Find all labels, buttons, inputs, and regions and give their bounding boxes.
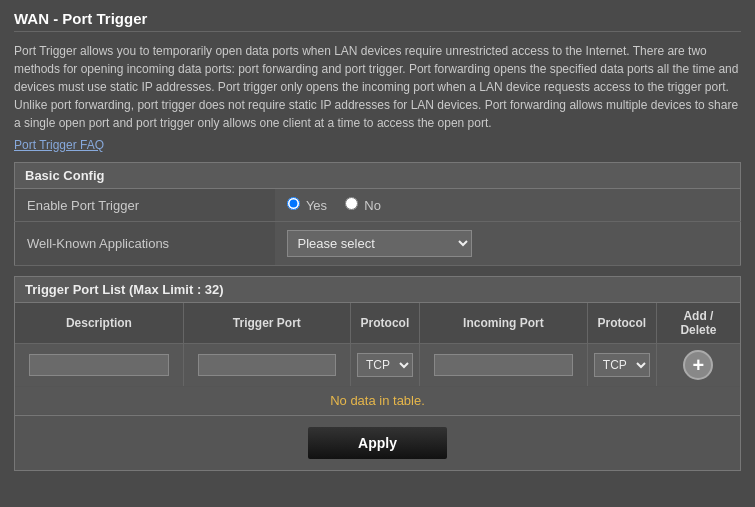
enable-port-trigger-row: Enable Port Trigger Yes No bbox=[15, 189, 741, 222]
enable-port-trigger-label: Enable Port Trigger bbox=[15, 189, 275, 222]
enable-port-trigger-controls: Yes No bbox=[275, 189, 741, 222]
enable-yes-radio[interactable] bbox=[287, 197, 300, 210]
description-input[interactable] bbox=[29, 354, 169, 376]
col-protocol-2: Protocol bbox=[587, 303, 656, 344]
col-description: Description bbox=[15, 303, 183, 344]
enable-radio-group: Yes No bbox=[287, 197, 729, 213]
col-add-delete: Add / Delete bbox=[656, 303, 740, 344]
well-known-select[interactable]: Please select FTP Telnet SMTP HTTP POP3 … bbox=[287, 230, 472, 257]
incoming-port-cell bbox=[419, 344, 587, 387]
add-button[interactable]: + bbox=[683, 350, 713, 380]
basic-config-table: Enable Port Trigger Yes No W bbox=[14, 189, 741, 266]
trigger-port-cell bbox=[183, 344, 350, 387]
protocol2-cell: TCP UDP Both bbox=[587, 344, 656, 387]
add-delete-cell: + bbox=[656, 344, 740, 387]
enable-no-label[interactable]: No bbox=[345, 198, 381, 213]
trigger-table: Description Trigger Port Protocol Incomi… bbox=[15, 303, 740, 415]
page-title: WAN - Port Trigger bbox=[14, 10, 741, 32]
apply-button[interactable]: Apply bbox=[307, 426, 448, 460]
incoming-port-input[interactable] bbox=[434, 354, 573, 376]
enable-no-radio[interactable] bbox=[345, 197, 358, 210]
trigger-port-input[interactable] bbox=[198, 354, 337, 376]
col-trigger-port: Trigger Port bbox=[183, 303, 350, 344]
trigger-port-list-header: Trigger Port List (Max Limit : 32) bbox=[14, 276, 741, 303]
no-data-row: No data in table. bbox=[15, 387, 740, 415]
protocol1-cell: TCP UDP Both bbox=[350, 344, 419, 387]
well-known-row: Well-Known Applications Please select FT… bbox=[15, 222, 741, 266]
protocol1-select[interactable]: TCP UDP Both bbox=[357, 353, 413, 377]
enable-yes-label[interactable]: Yes bbox=[287, 198, 331, 213]
protocol2-select[interactable]: TCP UDP Both bbox=[594, 353, 650, 377]
col-incoming-port: Incoming Port bbox=[419, 303, 587, 344]
trigger-table-header-row: Description Trigger Port Protocol Incomi… bbox=[15, 303, 740, 344]
enable-no-text: No bbox=[364, 198, 381, 213]
basic-config-header: Basic Config bbox=[14, 162, 741, 189]
description-cell bbox=[15, 344, 183, 387]
trigger-table-wrapper: Description Trigger Port Protocol Incomi… bbox=[14, 303, 741, 416]
description-text: Port Trigger allows you to temporarily o… bbox=[14, 42, 741, 132]
enable-yes-text: Yes bbox=[306, 198, 327, 213]
trigger-input-row: TCP UDP Both TCP UDP Both bbox=[15, 344, 740, 387]
page-container: WAN - Port Trigger Port Trigger allows y… bbox=[0, 0, 755, 485]
faq-link[interactable]: Port Trigger FAQ bbox=[14, 138, 741, 152]
well-known-control: Please select FTP Telnet SMTP HTTP POP3 … bbox=[275, 222, 741, 266]
col-protocol-1: Protocol bbox=[350, 303, 419, 344]
no-data-text: No data in table. bbox=[15, 387, 740, 415]
apply-section: Apply bbox=[14, 416, 741, 471]
well-known-label: Well-Known Applications bbox=[15, 222, 275, 266]
